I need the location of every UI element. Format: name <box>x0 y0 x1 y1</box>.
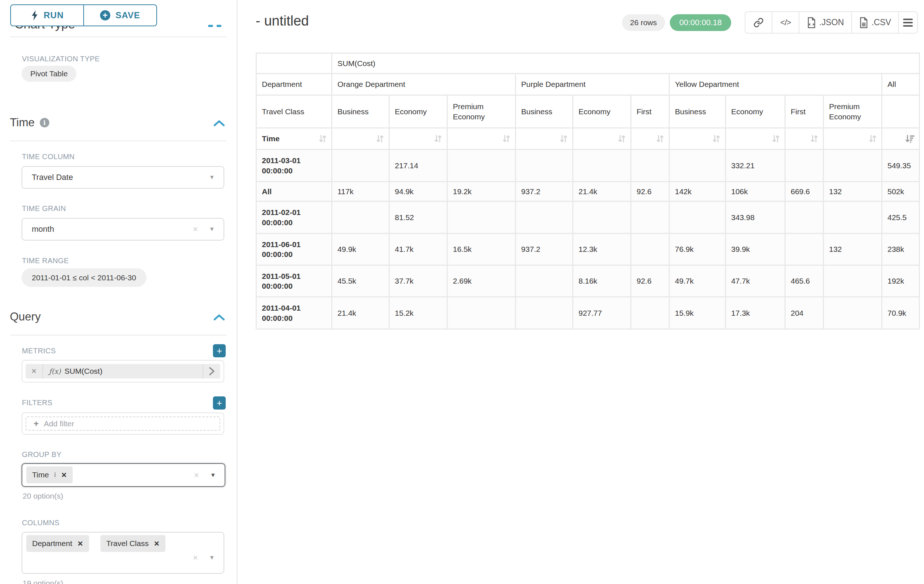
query-timer-badge: 00:00:00.18 <box>670 14 731 31</box>
json-file-icon <box>807 17 816 28</box>
save-button[interactable]: + SAVE <box>84 5 156 26</box>
sort-icon[interactable] <box>433 134 443 144</box>
sort-icon[interactable] <box>318 134 328 144</box>
pivot-class-header[interactable]: Business <box>332 95 389 127</box>
add-filter-button[interactable]: + <box>213 396 226 410</box>
remove-metric-icon[interactable]: × <box>26 364 43 378</box>
pivot-sort-header <box>516 128 572 149</box>
visualization-type-value[interactable]: Pivot Table <box>21 66 76 82</box>
time-section-collapse-icon[interactable] <box>214 120 224 126</box>
group-by-label: GROUP BY <box>22 451 61 459</box>
info-icon[interactable]: i <box>40 118 49 127</box>
sort-icon[interactable] <box>375 134 385 144</box>
pivot-value-cell: 204 <box>785 298 823 329</box>
pivot-class-header[interactable]: Economy <box>726 95 784 127</box>
query-section-collapse-icon[interactable] <box>214 314 224 321</box>
pivot-row-header: 2011-03-01 00:00:00 <box>257 150 331 181</box>
sort-icon[interactable] <box>502 134 511 144</box>
time-range-value[interactable]: 2011-01-01 ≤ col < 2011-06-30 <box>21 268 147 287</box>
group-by-chip[interactable]: Time i ✕ <box>26 466 73 483</box>
pivot-value-cell: 2.69k <box>448 266 515 296</box>
pivot-value-cell: 937.2 <box>516 234 572 265</box>
pivot-value-cell <box>448 202 515 233</box>
sort-descending-active-icon[interactable] <box>905 134 915 144</box>
columns-options-count: 19 option(s) <box>23 579 63 584</box>
pivot-value-cell: 45.5k <box>332 266 389 296</box>
clear-icon[interactable]: × <box>193 224 198 234</box>
pivot-value-cell <box>516 298 572 329</box>
run-save-button-group: RUN + SAVE <box>10 4 157 26</box>
pivot-sort-header <box>573 128 630 149</box>
link-icon <box>754 18 764 28</box>
pivot-value-cell: 12.3k <box>573 234 630 265</box>
sort-icon[interactable] <box>771 134 781 144</box>
columns-chip[interactable]: Travel Class ✕ <box>101 535 165 552</box>
clear-icon[interactable]: × <box>194 470 199 480</box>
remove-chip-icon[interactable]: ✕ <box>154 540 160 548</box>
time-grain-select[interactable]: month × ▼ <box>21 218 224 240</box>
add-filter-dropzone[interactable]: + Add filter <box>26 416 220 431</box>
pivot-table-grid: SUM(Cost)DepartmentOrange DepartmentPurp… <box>256 53 920 330</box>
add-metric-button[interactable]: + <box>213 344 226 357</box>
pivot-value-cell: 15.2k <box>390 298 447 329</box>
pivot-value-cell: 92.6 <box>632 266 669 296</box>
chevron-down-icon: ▼ <box>209 174 215 181</box>
pivot-value-cell: 37.7k <box>390 266 447 296</box>
pivot-class-header[interactable]: First <box>632 95 669 127</box>
pivot-value-cell: 132 <box>824 182 881 201</box>
sort-icon[interactable] <box>617 134 627 144</box>
pivot-value-cell <box>332 202 389 233</box>
sort-icon[interactable] <box>711 134 721 144</box>
pivot-class-header[interactable]: Business <box>516 95 572 127</box>
pivot-value-cell: 465.6 <box>785 266 823 296</box>
columns-chip[interactable]: Department ✕ <box>26 535 89 552</box>
pivot-value-cell <box>632 234 669 265</box>
sort-icon[interactable] <box>809 134 819 144</box>
section-divider <box>10 140 226 141</box>
remove-chip-icon[interactable]: ✕ <box>61 471 67 479</box>
pivot-department-header[interactable]: Orange Department <box>332 74 515 95</box>
pivot-value-cell: 17.3k <box>726 298 784 329</box>
metric-name: SUM(Cost) <box>64 367 102 375</box>
pivot-department-header[interactable]: Yellow Department <box>670 74 881 95</box>
pivot-class-header[interactable]: Economy <box>390 95 447 127</box>
copy-link-button[interactable] <box>746 12 772 33</box>
pivot-sort-header <box>632 128 669 149</box>
sort-icon[interactable] <box>559 134 569 144</box>
metric-expand-icon[interactable] <box>203 364 220 378</box>
pivot-class-header[interactable]: First <box>785 95 823 127</box>
metric-pill[interactable]: × ƒ(x) SUM(Cost) <box>26 364 220 378</box>
group-by-select[interactable]: Time i ✕ × ▼ <box>21 463 225 487</box>
pivot-value-cell <box>824 150 881 181</box>
chart-title[interactable]: - untitled <box>256 13 309 29</box>
pivot-class-header[interactable] <box>882 95 919 127</box>
pivot-value-cell <box>632 150 669 181</box>
pivot-value-cell <box>785 150 823 181</box>
more-options-button[interactable] <box>899 12 917 33</box>
export-csv-button[interactable]: .CSV <box>852 12 899 33</box>
pivot-department-header[interactable]: All <box>882 74 919 95</box>
pivot-class-header[interactable]: Economy <box>573 95 630 127</box>
code-icon: </> <box>780 18 791 27</box>
collapse-chevron-fragment-icon <box>208 25 213 27</box>
time-grain-label: TIME GRAIN <box>22 204 66 213</box>
sort-icon[interactable] <box>655 134 665 144</box>
time-column-select[interactable]: Travel Date ▼ <box>21 166 224 189</box>
pivot-value-cell <box>516 202 572 233</box>
sort-icon[interactable] <box>868 134 878 144</box>
pivot-department-header[interactable]: Purple Department <box>516 74 669 95</box>
filters-label: FILTERS <box>22 398 53 407</box>
clear-icon[interactable]: × <box>193 553 198 563</box>
export-csv-label: .CSV <box>871 18 891 27</box>
columns-select[interactable]: Department ✕ Travel Class ✕ × ▼ <box>21 532 224 574</box>
panel-divider <box>237 0 238 584</box>
pivot-class-header[interactable]: Premium Economy <box>448 95 515 127</box>
pivot-class-header[interactable]: Business <box>670 95 725 127</box>
info-icon[interactable]: i <box>54 471 56 479</box>
remove-chip-icon[interactable]: ✕ <box>78 540 83 548</box>
export-json-button[interactable]: .JSON <box>799 12 852 33</box>
embed-code-button[interactable]: </> <box>772 12 799 33</box>
pivot-class-header[interactable]: Premium Economy <box>824 95 881 127</box>
run-button[interactable]: RUN <box>11 5 84 26</box>
columns-label: COLUMNS <box>22 519 59 527</box>
